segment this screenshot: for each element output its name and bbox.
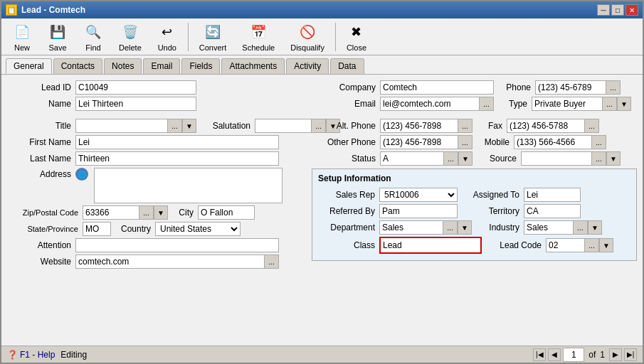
find-button[interactable]: 🔍 Find — [77, 19, 110, 55]
assigned-to-input[interactable] — [524, 188, 581, 202]
schedule-icon: 📅 — [248, 22, 268, 42]
status-ellipsis-btn[interactable]: ... — [444, 151, 458, 166]
save-button[interactable]: 💾 Save — [41, 19, 74, 55]
lead-id-input[interactable] — [75, 80, 196, 95]
status-input[interactable] — [380, 151, 444, 166]
tab-email[interactable]: Email — [143, 58, 180, 74]
name-row: Name — [7, 97, 306, 111]
zip-ellipsis-btn[interactable]: ... — [139, 205, 154, 220]
zip-dropdown-btn[interactable]: ▼ — [154, 205, 168, 220]
other-phone-btn[interactable]: ... — [458, 135, 473, 149]
tab-activity[interactable]: Activity — [286, 58, 329, 74]
territory-input[interactable] — [524, 204, 581, 218]
left-column: Lead ID Name Title ... ▼ — [7, 80, 306, 271]
fax-btn[interactable]: ... — [585, 119, 599, 133]
title-bar: 📋 Lead - Comtech ─ □ ✕ — [1, 1, 643, 18]
delete-button[interactable]: 🗑️ Delete — [112, 19, 148, 55]
address-row: Address 🌐 — [7, 168, 306, 203]
phone-input[interactable] — [535, 80, 606, 95]
other-phone-input[interactable] — [380, 135, 458, 149]
status-label: Status — [312, 154, 376, 164]
attention-row: Attention — [7, 238, 306, 252]
fax-input[interactable] — [507, 119, 585, 133]
name-input[interactable] — [75, 97, 196, 111]
department-ellipsis-btn[interactable]: ... — [443, 220, 458, 235]
title-bar-buttons: ─ □ ✕ — [597, 4, 638, 16]
industry-input[interactable] — [524, 220, 574, 235]
status-dropdown-btn[interactable]: ▼ — [458, 151, 473, 166]
close-icon: ✖ — [347, 22, 366, 42]
window-close-button[interactable]: ✕ — [625, 4, 638, 16]
website-input[interactable] — [75, 255, 265, 269]
prev-page-btn[interactable]: ◀ — [548, 348, 561, 361]
lead-code-input[interactable] — [546, 238, 585, 252]
last-page-btn[interactable]: ▶| — [624, 348, 637, 361]
attention-input[interactable] — [75, 238, 279, 252]
website-label: Website — [7, 257, 71, 267]
maximize-button[interactable]: □ — [611, 4, 624, 16]
first-page-btn[interactable]: |◀ — [533, 348, 546, 361]
address-textarea[interactable] — [94, 168, 283, 203]
city-input[interactable] — [198, 205, 255, 220]
tab-notes[interactable]: Notes — [104, 58, 142, 74]
close-label: Close — [347, 43, 366, 52]
save-icon: 💾 — [48, 22, 68, 42]
page-number-input[interactable] — [563, 348, 584, 362]
phone-btn[interactable]: ... — [606, 80, 621, 95]
tab-contacts[interactable]: Contacts — [53, 58, 102, 74]
schedule-button[interactable]: 📅 Schedule — [236, 19, 281, 55]
new-button[interactable]: 📄 New — [6, 19, 38, 55]
disqualify-button[interactable]: 🚫 Disqualify — [284, 19, 331, 55]
lead-code-ellipsis-btn[interactable]: ... — [585, 238, 599, 252]
type-input[interactable] — [532, 97, 603, 111]
tab-fields[interactable]: Fields — [181, 58, 220, 74]
state-input[interactable] — [83, 222, 111, 236]
setup-information-box: Setup Information Sales Rep 5R10006 Assi… — [312, 168, 637, 261]
mobile-btn[interactable]: ... — [592, 135, 606, 149]
assigned-to-label: Assigned To — [466, 190, 519, 200]
referred-by-input[interactable] — [379, 204, 458, 218]
type-dropdown-btn[interactable]: ▼ — [617, 97, 631, 111]
convert-button[interactable]: 🔄 Convert — [193, 19, 233, 55]
tab-general[interactable]: General — [6, 58, 52, 74]
title-ellipsis-btn[interactable]: ... — [168, 119, 182, 133]
industry-ellipsis-btn[interactable]: ... — [574, 220, 588, 235]
class-label: Class — [318, 240, 375, 250]
source-ellipsis-btn[interactable]: ... — [592, 151, 606, 166]
tab-attachments[interactable]: Attachments — [221, 58, 285, 74]
salutation-input[interactable] — [255, 119, 312, 133]
last-name-input[interactable] — [75, 151, 279, 166]
zip-input[interactable] — [83, 205, 139, 220]
industry-dropdown-btn[interactable]: ▼ — [588, 220, 602, 235]
first-name-input[interactable] — [75, 135, 279, 149]
address-globe-btn[interactable]: 🌐 — [75, 168, 88, 181]
mobile-field-container: ... — [514, 135, 606, 149]
status-row: Status ... ▼ Source ... ▼ — [312, 151, 637, 166]
email-input[interactable] — [380, 97, 480, 111]
help-link[interactable]: ❓ F1 - Help — [7, 350, 55, 360]
tab-data[interactable]: Data — [330, 58, 364, 74]
website-row: Website ... — [7, 255, 306, 269]
department-input[interactable] — [379, 220, 443, 235]
next-page-btn[interactable]: ▶ — [609, 348, 622, 361]
class-input[interactable] — [381, 238, 480, 252]
source-dropdown-btn[interactable]: ▼ — [606, 151, 621, 166]
minimize-button[interactable]: ─ — [597, 4, 610, 16]
email-btn[interactable]: ... — [480, 97, 494, 111]
mobile-input[interactable] — [514, 135, 592, 149]
country-select[interactable]: United States Canada United Kingdom — [155, 222, 241, 236]
sales-rep-select[interactable]: 5R10006 — [379, 188, 458, 202]
company-input[interactable] — [380, 80, 494, 95]
email-row: Email ... Type ... ▼ — [312, 97, 637, 111]
type-ellipsis-btn[interactable]: ... — [603, 97, 617, 111]
close-button[interactable]: ✖ Close — [340, 19, 373, 55]
alt-phone-input[interactable] — [380, 119, 458, 133]
title-input[interactable] — [75, 119, 168, 133]
alt-phone-btn[interactable]: ... — [458, 119, 473, 133]
title-dropdown-btn[interactable]: ▼ — [182, 119, 196, 133]
department-dropdown-btn[interactable]: ▼ — [458, 220, 472, 235]
lead-code-dropdown-btn[interactable]: ▼ — [599, 238, 613, 252]
undo-button[interactable]: ↩ Undo — [151, 19, 184, 55]
source-input[interactable] — [521, 151, 592, 166]
website-btn[interactable]: ... — [265, 255, 279, 269]
